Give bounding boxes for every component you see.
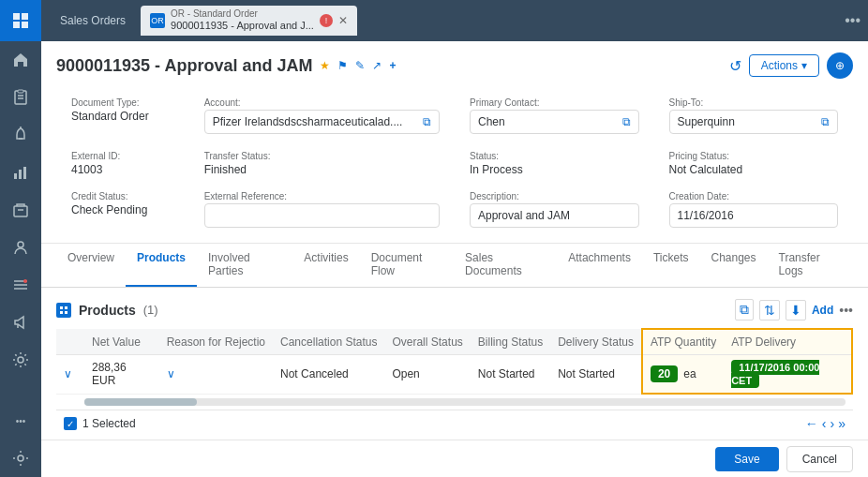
tab-sales-documents[interactable]: Sales Documents (454, 244, 557, 287)
reason-reject-dropdown-icon[interactable]: ∨ (167, 367, 175, 380)
cancel-button[interactable]: Cancel (786, 446, 853, 472)
row-expand-icon[interactable]: ∨ (64, 367, 72, 380)
tab-attachments[interactable]: Attachments (557, 244, 642, 287)
share-icon[interactable]: ↗ (372, 59, 382, 72)
tab-close-button[interactable]: ✕ (338, 14, 348, 27)
primary-contact-copy-icon[interactable]: ⧉ (622, 115, 631, 128)
products-more-button[interactable]: ••• (839, 303, 853, 318)
star-icon[interactable]: ★ (320, 59, 330, 72)
left-nav: ••• (0, 0, 41, 477)
products-add-button[interactable]: Add (812, 304, 833, 317)
col-billing-status: Billing Status (471, 329, 550, 355)
actions-button[interactable]: Actions ▾ (749, 54, 819, 77)
table-scrollbar[interactable] (56, 395, 853, 410)
account-input[interactable]: Pfizer Irelandsdscsharmaceuticalad.... ⧉ (204, 110, 440, 134)
tab-overview[interactable]: Overview (56, 244, 126, 287)
svg-rect-24 (65, 306, 67, 309)
nav-clipboard[interactable] (0, 79, 41, 116)
credit-status-label: Credit Status: (71, 191, 174, 201)
svg-rect-5 (18, 90, 23, 93)
col-net-value: Net Value (84, 329, 159, 355)
bottom-bar: Save Cancel (41, 440, 868, 477)
nav-megaphone[interactable] (0, 304, 41, 341)
primary-contact-input[interactable]: Chen ⧉ (470, 110, 639, 134)
last-page-icon[interactable]: » (838, 416, 846, 431)
description-input[interactable]: Approval and JAM (470, 203, 639, 228)
row-toggle-cell[interactable]: ∨ (56, 355, 84, 395)
refresh-button[interactable]: ↺ (729, 57, 741, 75)
tab-activities[interactable]: Activities (292, 244, 359, 287)
tab-document-flow[interactable]: Document Flow (360, 244, 454, 287)
nav-more[interactable]: ••• (0, 402, 41, 440)
col-reason-reject: Reason for Rejectio (159, 329, 273, 355)
form-row-2: External ID: 41003 Transfer Status: Fini… (56, 143, 853, 184)
pricing-status-field: Pricing Status: Not Calculated (654, 147, 854, 180)
transfer-status-value: Finished (204, 163, 440, 176)
account-label: Account: (204, 97, 440, 108)
credit-status-value: Check Pending (71, 203, 174, 216)
nav-bottom: ••• (0, 402, 41, 477)
ship-to-copy-icon[interactable]: ⧉ (821, 115, 830, 128)
table-row: ∨ 288,36 EUR ∨ Not Canceled (56, 355, 852, 395)
products-copy-icon[interactable]: ⧉ (735, 299, 754, 320)
svg-rect-12 (23, 167, 26, 179)
tab-tickets[interactable]: Tickets (642, 244, 700, 287)
account-value: Pfizer Irelandsdscsharmaceuticalad.... (213, 115, 403, 128)
form-row-3: Credit Status: Check Pending External Re… (56, 184, 853, 235)
tab-involved-parties[interactable]: Involved Parties (197, 244, 292, 287)
top-right-user-icon[interactable]: ⊕ (827, 52, 853, 79)
flag-icon[interactable]: ⚑ (337, 59, 348, 72)
creation-date-field: Creation Date: 11/16/2016 (654, 187, 854, 231)
app-logo[interactable] (0, 0, 41, 41)
nav-chart[interactable] (0, 154, 41, 191)
svg-point-19 (23, 279, 27, 283)
row-checkbox[interactable]: ✓ (64, 417, 77, 430)
prev-page-icon[interactable]: ‹ (822, 416, 827, 431)
delivery-status-cell: Not Started (550, 355, 642, 395)
actions-chevron-icon: ▾ (801, 59, 807, 72)
atp-unit-label: ea (683, 367, 696, 380)
external-ref-label: External Reference: (204, 191, 440, 201)
nav-settings[interactable] (0, 341, 41, 379)
nav-user[interactable] (0, 229, 41, 266)
tab-label: OR - Standard Order (171, 8, 314, 20)
page-header: 9000011935 - Approval and JAM ★ ⚑ ✎ ↗ + … (41, 41, 868, 244)
reason-reject-dropdown[interactable]: ∨ (167, 367, 265, 380)
first-page-icon[interactable]: ← (805, 416, 818, 431)
products-swap-icon[interactable]: ⇅ (759, 300, 780, 320)
main-tab[interactable]: OR OR - Standard Order 9000011935 - Appr… (141, 6, 357, 36)
next-page-icon[interactable]: › (831, 416, 835, 431)
products-download-icon[interactable]: ⬇ (786, 300, 806, 320)
col-atp-qty: ATP Quantity (642, 329, 724, 355)
nav-bell[interactable] (0, 116, 41, 154)
nav-package[interactable] (0, 191, 41, 229)
tab-transfer-logs[interactable]: Transfer Logs (768, 244, 853, 287)
atp-qty-badge: 20 (651, 365, 678, 382)
atp-delivery-badge: 11/17/2016 00:00 CET (731, 360, 819, 388)
save-button[interactable]: Save (715, 447, 778, 471)
tab-products[interactable]: Products (126, 244, 197, 287)
account-field: Account: Pfizer Irelandsdscsharmaceutica… (189, 94, 455, 138)
ship-to-value: Superquinn (678, 115, 735, 128)
nav-home[interactable] (0, 41, 41, 79)
account-copy-icon[interactable]: ⧉ (423, 115, 431, 128)
top-bar-more[interactable]: ••• (845, 12, 861, 29)
tab-icon: OR (150, 13, 165, 28)
nav-gear[interactable] (0, 440, 41, 477)
products-section: Products (1) ⧉ ⇅ ⬇ Add ••• (56, 299, 853, 437)
edit-icon[interactable]: ✎ (355, 59, 365, 72)
products-title: Products (79, 303, 136, 318)
col-toggle (56, 329, 84, 355)
add-icon[interactable]: + (389, 59, 396, 72)
header-actions: ↺ Actions ▾ ⊕ (729, 52, 853, 79)
page-controls: ← ‹ › » (805, 416, 846, 431)
tab-changes[interactable]: Changes (700, 244, 768, 287)
ship-to-input[interactable]: Superquinn ⧉ (669, 110, 839, 134)
nav-menu[interactable] (0, 266, 41, 304)
creation-date-input[interactable]: 11/16/2016 (669, 203, 839, 228)
col-cancellation-status: Cancellation Status (273, 329, 384, 355)
products-table-header: Net Value Reason for Rejectio Cancellati… (56, 329, 852, 355)
external-ref-input[interactable] (204, 203, 440, 228)
form-row-1: Document Type: Standard Order Account: P… (56, 88, 853, 143)
page-area: 9000011935 - Approval and JAM ★ ⚑ ✎ ↗ + … (41, 41, 868, 440)
